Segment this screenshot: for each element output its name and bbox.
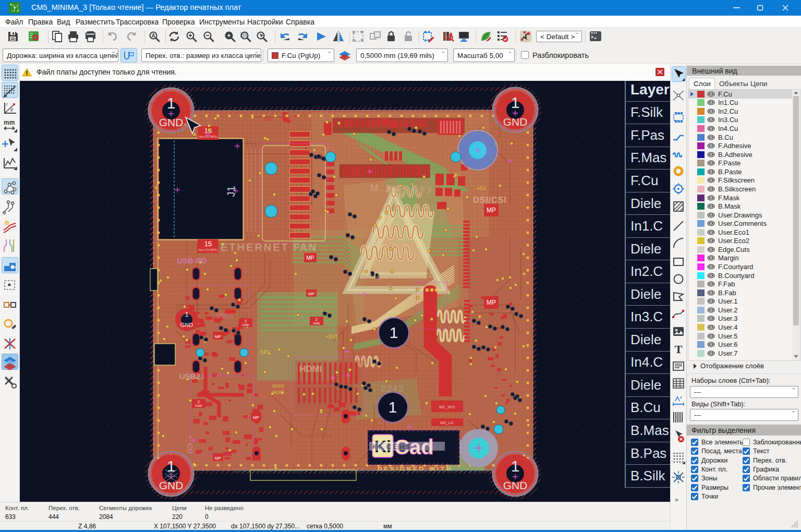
svg-text:1: 1 xyxy=(167,457,176,475)
svg-text:USB-PD: USB-PD xyxy=(177,256,207,265)
svg-text:T: T xyxy=(675,343,683,356)
svg-text:DSI/CSI: DSI/CSI xyxy=(473,196,507,204)
svg-text:2: 2 xyxy=(198,400,200,404)
svg-text:VBUS: VBUS xyxy=(216,312,234,320)
svg-text:2: 2 xyxy=(245,319,247,323)
svg-text:MISO: MISO xyxy=(272,383,284,389)
svg-text:GND: GND xyxy=(195,404,202,407)
svg-text:GND: GND xyxy=(242,323,249,327)
svg-text:J1: J1 xyxy=(225,186,237,197)
svg-text:1: 1 xyxy=(511,94,520,111)
svg-text:Net-(31-MP1): Net-(31-MP1) xyxy=(199,248,217,251)
svg-text:GND: GND xyxy=(503,116,528,128)
svg-text:15: 15 xyxy=(204,240,212,248)
svg-text:+3V3: +3V3 xyxy=(325,334,338,340)
svg-text:MP: MP xyxy=(307,255,314,261)
svg-text:2242: 2242 xyxy=(381,384,405,394)
svg-text:+ -CD: + -CD xyxy=(186,436,194,453)
svg-text:ETHERNET: ETHERNET xyxy=(221,241,289,253)
svg-text:GND: GND xyxy=(159,479,184,491)
svg-text:1: 1 xyxy=(511,457,520,475)
svg-text:HDMI: HDMI xyxy=(299,364,322,374)
svg-text:M2_LX: M2_LX xyxy=(440,420,454,425)
svg-text:1: 1 xyxy=(167,94,176,112)
svg-text:MP: MP xyxy=(253,415,259,420)
svg-text:GND: GND xyxy=(180,322,193,328)
svg-text:GND: GND xyxy=(159,116,184,128)
svg-text:1: 1 xyxy=(390,324,398,341)
svg-text:r: r xyxy=(6,102,8,107)
svg-text:A: A xyxy=(151,33,155,39)
svg-text:+5V: +5V xyxy=(477,186,486,191)
svg-text:GND: GND xyxy=(313,322,320,325)
svg-text:MOSI: MOSI xyxy=(272,390,284,395)
svg-text:θ: θ xyxy=(10,107,13,113)
svg-text:USB2.0: USB2.0 xyxy=(179,372,207,381)
svg-text:SPI: SPI xyxy=(260,349,269,355)
svg-text:1: 1 xyxy=(185,310,188,318)
svg-text:MP: MP xyxy=(487,207,496,214)
svg-text:M.2 M Key: M.2 M Key xyxy=(370,183,434,194)
svg-text:FAN: FAN xyxy=(293,241,317,253)
svg-text:M2_3V3: M2_3V3 xyxy=(439,405,455,409)
svg-text:PIERLUIGI COLANGELI: PIERLUIGI COLANGELI xyxy=(352,271,436,279)
svg-text:SS: SS xyxy=(264,115,272,122)
svg-text:MP: MP xyxy=(487,299,496,306)
svg-text:GND: GND xyxy=(503,479,528,491)
svg-text:1: 1 xyxy=(389,398,397,416)
svg-text:MP: MP xyxy=(215,456,221,461)
svg-text:2: 2 xyxy=(315,318,318,321)
svg-text:MP: MP xyxy=(308,292,314,296)
svg-text:MP: MP xyxy=(215,334,221,339)
svg-text:mm: mm xyxy=(4,119,15,126)
svg-text:K I . C E H T: K I . C E H T xyxy=(372,443,410,451)
